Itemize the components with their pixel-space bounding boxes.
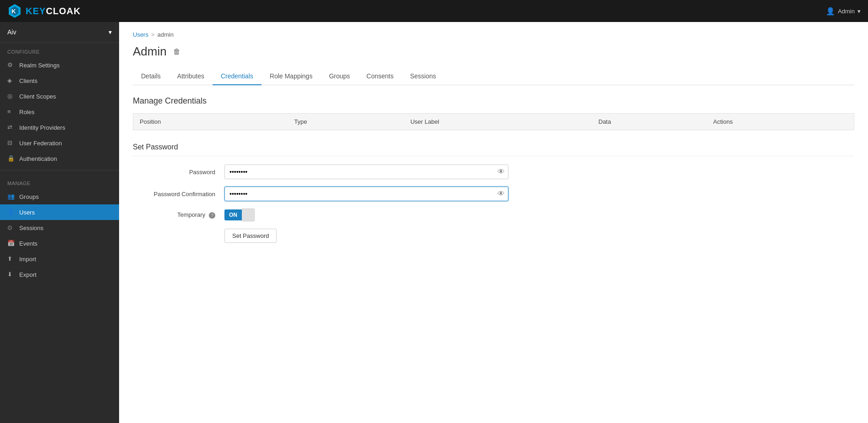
set-password-title: Set Password	[133, 143, 854, 156]
temporary-help-icon[interactable]: ?	[209, 212, 215, 219]
sidebar-item-import[interactable]: ⬆ Import	[0, 251, 119, 267]
tab-role-mappings[interactable]: Role Mappings	[262, 68, 321, 85]
realm-name: Aiv	[7, 28, 16, 36]
sidebar-item-groups[interactable]: 👥 Groups	[0, 189, 119, 204]
sidebar-item-clients[interactable]: ◈ Clients	[0, 73, 119, 88]
sidebar-item-authentication[interactable]: 🔒 Authentication	[0, 151, 119, 166]
sidebar-item-user-federation[interactable]: ⊟ User Federation	[0, 135, 119, 151]
col-actions: Actions	[707, 114, 854, 130]
roles-icon: ≡	[7, 108, 15, 115]
brand: K KEYCLOAK	[7, 4, 81, 18]
col-position: Position	[133, 114, 288, 130]
navbar: K KEYCLOAK 👤 Admin ▾	[0, 0, 868, 22]
page-title: Admin	[133, 44, 167, 59]
svg-text:K: K	[11, 8, 16, 15]
password-confirmation-input-wrapper: 👁	[224, 187, 508, 201]
tab-attributes[interactable]: Attributes	[169, 68, 213, 85]
col-type: Type	[288, 114, 404, 130]
page-header: Admin 🗑	[133, 44, 854, 59]
sidebar-item-label: User Federation	[19, 140, 62, 147]
credentials-table: Position Type User Label Data Actions	[133, 113, 854, 130]
import-icon: ⬆	[7, 255, 15, 263]
temporary-toggle-off[interactable]	[242, 209, 255, 221]
delete-user-button[interactable]: 🗑	[171, 46, 182, 58]
sidebar-item-roles[interactable]: ≡ Roles	[0, 104, 119, 120]
sidebar-item-events[interactable]: 📅 Events	[0, 236, 119, 251]
temporary-toggle: ON	[224, 209, 255, 221]
password-confirmation-input[interactable]	[224, 187, 508, 201]
sidebar-item-label: Events	[19, 240, 38, 247]
configure-section-label: Configure	[0, 43, 119, 57]
password-confirmation-label: Password Confirmation	[133, 191, 224, 198]
events-icon: 📅	[7, 240, 15, 247]
sidebar: Aiv ▾ Configure ⚙ Realm Settings ◈ Clien…	[0, 22, 119, 423]
sidebar-item-label: Groups	[19, 193, 39, 200]
sidebar-item-label: Sessions	[19, 225, 44, 231]
clients-icon: ◈	[7, 77, 15, 84]
sidebar-item-identity-providers[interactable]: ⇄ Identity Providers	[0, 120, 119, 135]
user-menu-chevron: ▾	[857, 8, 861, 15]
password-row: Password 👁	[133, 165, 854, 179]
sidebar-item-label: Export	[19, 271, 37, 278]
sidebar-item-label: Users	[19, 209, 35, 216]
tab-details[interactable]: Details	[133, 68, 169, 85]
export-icon: ⬇	[7, 271, 15, 278]
sessions-icon: ⊙	[7, 224, 15, 231]
password-eye-button[interactable]: 👁	[497, 167, 506, 177]
sidebar-item-users[interactable]: 👤 Users	[0, 204, 119, 220]
breadcrumb-separator: >	[151, 31, 155, 38]
brand-text: KEYCLOAK	[26, 6, 81, 16]
groups-icon: 👥	[7, 193, 15, 200]
identity-providers-icon: ⇄	[7, 124, 15, 131]
temporary-label: Temporary ?	[133, 211, 224, 219]
manage-section-label: Manage	[0, 174, 119, 189]
sidebar-item-label: Authentication	[19, 155, 57, 162]
sidebar-item-label: Identity Providers	[19, 124, 65, 131]
set-password-btn-row: Set Password	[133, 229, 854, 243]
sidebar-item-client-scopes[interactable]: ◎ Client Scopes	[0, 88, 119, 104]
sidebar-item-label: Import	[19, 256, 36, 263]
tab-groups[interactable]: Groups	[321, 68, 358, 85]
breadcrumb-current: admin	[158, 31, 174, 38]
sidebar-item-label: Roles	[19, 109, 34, 115]
temporary-row: Temporary ? ON	[133, 209, 854, 221]
user-menu-label: Admin	[838, 8, 855, 15]
sidebar-item-export[interactable]: ⬇ Export	[0, 267, 119, 282]
realm-chevron: ▾	[109, 28, 112, 36]
sidebar-item-label: Client Scopes	[19, 93, 56, 100]
sidebar-item-label: Realm Settings	[19, 62, 60, 69]
sidebar-item-realm-settings[interactable]: ⚙ Realm Settings	[0, 57, 119, 73]
main-content: Users > admin Admin 🗑 Details Attributes…	[119, 22, 868, 423]
realm-settings-icon: ⚙	[7, 61, 15, 69]
tab-credentials[interactable]: Credentials	[213, 68, 262, 85]
tab-sessions[interactable]: Sessions	[402, 68, 444, 85]
sidebar-item-label: Clients	[19, 77, 38, 84]
col-user-label: User Label	[404, 114, 592, 130]
users-icon: 👤	[7, 209, 15, 216]
col-data: Data	[592, 114, 707, 130]
breadcrumb-parent[interactable]: Users	[133, 31, 148, 38]
realm-selector[interactable]: Aiv ▾	[0, 22, 119, 43]
set-password-button[interactable]: Set Password	[224, 229, 277, 243]
password-confirmation-eye-button[interactable]: 👁	[497, 189, 506, 199]
password-confirmation-row: Password Confirmation 👁	[133, 187, 854, 201]
tab-consents[interactable]: Consents	[358, 68, 402, 85]
sidebar-item-sessions[interactable]: ⊙ Sessions	[0, 220, 119, 236]
password-input[interactable]	[224, 165, 508, 179]
tabs: Details Attributes Credentials Role Mapp…	[133, 68, 854, 85]
user-federation-icon: ⊟	[7, 139, 15, 147]
temporary-toggle-on[interactable]: ON	[224, 209, 242, 220]
authentication-icon: 🔒	[7, 155, 15, 162]
client-scopes-icon: ◎	[7, 93, 15, 100]
manage-credentials-title: Manage Credentials	[133, 96, 854, 106]
password-input-wrapper: 👁	[224, 165, 508, 179]
breadcrumb: Users > admin	[133, 31, 854, 38]
password-label: Password	[133, 169, 224, 176]
user-menu[interactable]: 👤 Admin ▾	[826, 7, 861, 16]
